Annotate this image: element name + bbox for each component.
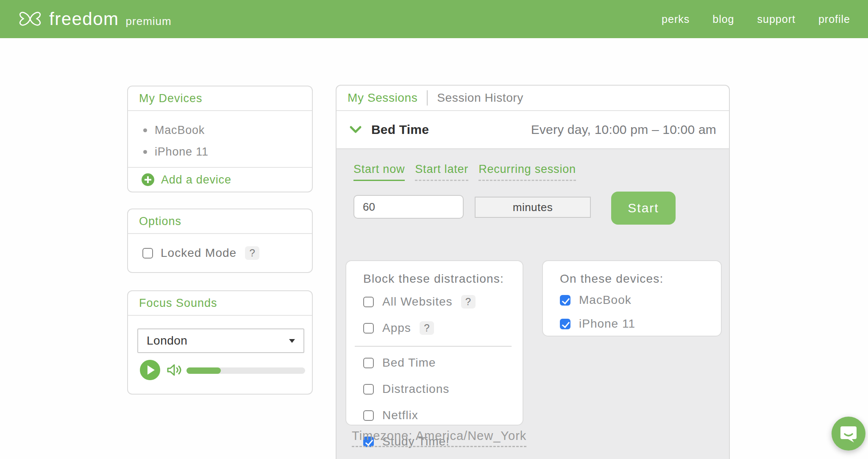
app-header: freedom premium perks blog support profi…: [0, 0, 868, 38]
my-devices-card: My Devices MacBook iPhone 11 Add a devic…: [127, 86, 313, 192]
sessions-tabbar: My Sessions Session History: [337, 86, 729, 111]
device-item-iphone[interactable]: iPhone 11: [143, 145, 312, 159]
play-button[interactable]: [140, 360, 160, 380]
blocklist-item-distractions[interactable]: Distractions: [346, 379, 523, 399]
nav-profile[interactable]: profile: [818, 13, 850, 25]
freedom-dashboard: freedom premium perks blog support profi…: [0, 0, 868, 459]
blocklist-card: Block these distractions: All Websites ?…: [345, 260, 523, 426]
chat-bubble-icon: [839, 424, 858, 443]
locked-mode-checkbox[interactable]: [142, 248, 153, 259]
nav-perks[interactable]: perks: [662, 13, 690, 25]
session-detail-body: Start now Start later Recurring session …: [337, 148, 729, 459]
options-title: Options: [128, 209, 312, 234]
session-name[interactable]: Bed Time: [371, 122, 429, 137]
plus-circle-icon: [142, 173, 154, 186]
blocklist-item-apps[interactable]: Apps ?: [346, 318, 523, 338]
options-card: Options Locked Mode ?: [127, 209, 313, 273]
tab-divider: [427, 90, 428, 106]
header-nav: perks blog support profile: [639, 13, 850, 25]
my-devices-title: My Devices: [128, 86, 312, 111]
volume-fill: [186, 367, 221, 374]
collapse-chevron-icon[interactable]: [349, 125, 362, 134]
locked-mode-label: Locked Mode: [161, 246, 236, 260]
device-item-macbook[interactable]: MacBook: [143, 124, 312, 137]
iphone-checkbox[interactable]: [560, 319, 570, 329]
device-label: iPhone 11: [155, 145, 209, 159]
recurring-session-link[interactable]: Recurring session: [479, 163, 576, 181]
session-header-row: Bed Time Every day, 10:00 pm – 10:00 am: [337, 111, 729, 148]
apps-help-icon[interactable]: ?: [420, 321, 434, 335]
start-later-link[interactable]: Start later: [415, 163, 468, 181]
distractions-checkbox[interactable]: [363, 384, 374, 395]
bed-time-checkbox[interactable]: [363, 358, 374, 368]
volume-slider[interactable]: [186, 367, 305, 374]
sound-player: [128, 359, 312, 383]
volume-icon[interactable]: [166, 364, 181, 376]
device-bullet-icon: [143, 150, 147, 154]
sound-select-value: London: [147, 334, 187, 348]
on-devices-card: On these devices: MacBook iPhone 11: [542, 260, 722, 337]
all-websites-checkbox[interactable]: [363, 297, 374, 307]
nav-support[interactable]: support: [757, 13, 796, 25]
logo-text: freedom: [49, 9, 119, 29]
on-devices-title: On these devices:: [543, 261, 721, 286]
blocklist-divider: [355, 346, 512, 347]
logo-premium-badge: premium: [126, 15, 172, 28]
chevron-down-icon: [289, 339, 295, 343]
sessions-panel: My Sessions Session History Bed Time Eve…: [336, 85, 730, 459]
tab-my-sessions[interactable]: My Sessions: [348, 91, 417, 105]
on-device-iphone[interactable]: iPhone 11: [543, 314, 721, 333]
device-label: MacBook: [155, 124, 205, 137]
macbook-checkbox[interactable]: [560, 295, 570, 306]
blocklist-item-all-websites[interactable]: All Websites ?: [346, 292, 523, 312]
locked-mode-help-icon[interactable]: ?: [245, 246, 259, 260]
tab-session-history[interactable]: Session History: [437, 91, 523, 105]
locked-mode-row: Locked Mode ?: [128, 234, 312, 272]
sound-select[interactable]: London: [137, 328, 304, 353]
start-mode-links: Start now Start later Recurring session: [353, 163, 586, 181]
duration-unit-select[interactable]: minutes: [475, 197, 591, 218]
butterfly-logo-icon: [18, 10, 42, 28]
blocklist-item-netflix[interactable]: Netflix: [346, 405, 523, 426]
session-schedule: Every day, 10:00 pm – 10:00 am: [531, 122, 716, 137]
chat-launcher-button[interactable]: [832, 417, 865, 451]
add-device-label: Add a device: [161, 173, 231, 186]
on-device-macbook[interactable]: MacBook: [543, 291, 721, 309]
blocklist-title: Block these distractions:: [346, 261, 523, 286]
add-device-button[interactable]: Add a device: [128, 168, 312, 192]
focus-sounds-title: Focus Sounds: [128, 291, 312, 316]
all-websites-help-icon[interactable]: ?: [461, 295, 476, 309]
start-now-link[interactable]: Start now: [353, 163, 405, 181]
duration-input[interactable]: [353, 195, 464, 219]
netflix-checkbox[interactable]: [363, 410, 374, 421]
device-list: MacBook iPhone 11: [128, 111, 312, 168]
blocklist-item-bed-time[interactable]: Bed Time: [346, 353, 523, 373]
logo[interactable]: freedom premium: [18, 9, 172, 29]
start-button[interactable]: Start: [611, 192, 676, 225]
apps-checkbox[interactable]: [363, 323, 374, 334]
focus-sounds-card: Focus Sounds London: [127, 290, 313, 395]
nav-blog[interactable]: blog: [712, 13, 734, 25]
device-bullet-icon: [143, 128, 147, 132]
timezone-link[interactable]: Timezone: America/New_York: [352, 429, 526, 447]
